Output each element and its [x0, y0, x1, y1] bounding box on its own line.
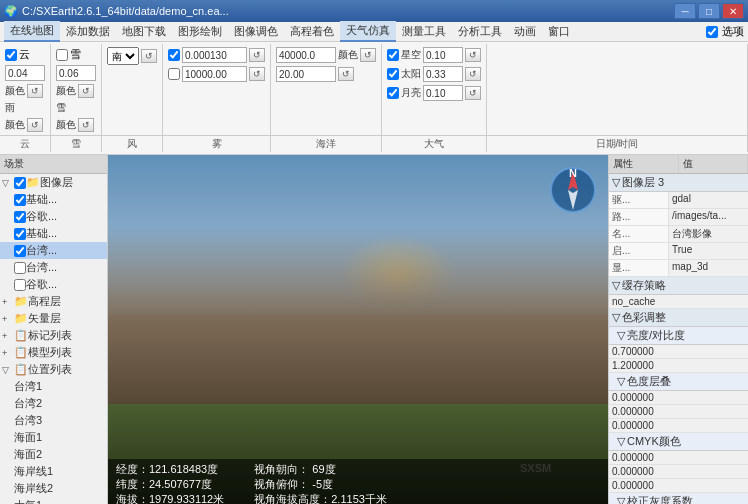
menu-item-measure[interactable]: 测量工具 — [396, 22, 452, 41]
tree-item-markers[interactable]: + 📋 标记列表 — [0, 327, 107, 344]
ocean2-reset-btn[interactable]: ↺ — [338, 67, 354, 81]
positions-toggle: ▽ — [2, 365, 14, 375]
section-title: 图像层 3 — [622, 175, 664, 190]
sun-reset-btn[interactable]: ↺ — [465, 67, 481, 81]
google1-check[interactable] — [14, 211, 26, 223]
tree-item-vector[interactable]: + 📁 矢量层 — [0, 310, 107, 327]
fog2-checkbox[interactable] — [168, 68, 180, 80]
taiwan2-check[interactable] — [14, 262, 26, 274]
menu-item-map-download[interactable]: 地图下载 — [116, 22, 172, 41]
fog-reset-btn[interactable]: ↺ — [249, 48, 265, 62]
tree-item-coast1[interactable]: 海岸线1 — [0, 463, 107, 480]
prop-key-display: 显... — [609, 260, 669, 276]
menu-item-weather[interactable]: 天气仿真 — [340, 21, 396, 42]
minimize-button[interactable]: ─ — [674, 3, 696, 19]
height-text: 视角海拔高度：2.1153千米 — [254, 492, 387, 504]
fog2-reset-btn[interactable]: ↺ — [249, 67, 265, 81]
base1-check[interactable] — [14, 194, 26, 206]
tree-item-base2[interactable]: 基础... — [0, 225, 107, 242]
tree-item-base1[interactable]: 基础... — [0, 191, 107, 208]
tree-item-tw3[interactable]: 台湾3 — [0, 412, 107, 429]
tree-item-sea2[interactable]: 海面2 — [0, 446, 107, 463]
elevation-label: 高程层 — [28, 294, 61, 309]
close-button[interactable]: ✕ — [722, 3, 744, 19]
toolbar-datetime-section: 日期/时间 — [487, 44, 748, 152]
moon-input[interactable] — [423, 85, 463, 101]
google2-label: 谷歌... — [26, 277, 57, 292]
prop-row-path: 路... /images/ta... — [609, 209, 748, 226]
cmyk-toggle: ▽ — [617, 435, 625, 448]
cloud-density-input[interactable] — [5, 65, 45, 81]
snow-color-reset-btn[interactable]: ↺ — [78, 84, 94, 98]
star-checkbox[interactable] — [387, 49, 399, 61]
toolbar: 云 颜色 ↺ 雨 颜色 ↺ 云 雪 — [0, 42, 748, 155]
tree-item-coast2[interactable]: 海岸线2 — [0, 480, 107, 497]
tree-item-elevation[interactable]: + 📁 高程层 — [0, 293, 107, 310]
fog-checkbox[interactable] — [168, 49, 180, 61]
prop-val-enabled: True — [669, 243, 748, 259]
moon-reset-btn[interactable]: ↺ — [465, 86, 481, 100]
image-layer-check[interactable] — [14, 177, 26, 189]
wind-direction-select[interactable]: 南北东西 — [107, 47, 139, 65]
tree-item-sea1[interactable]: 海面1 — [0, 429, 107, 446]
rain-reset-btn[interactable]: ↺ — [27, 118, 43, 132]
menu-item-animation[interactable]: 动画 — [508, 22, 542, 41]
prop-key-path: 路... — [609, 209, 669, 225]
cloud-section-label: 云 — [0, 135, 50, 152]
star-input[interactable] — [423, 47, 463, 63]
snow-reset-btn[interactable]: ↺ — [78, 118, 94, 132]
tree-item-models[interactable]: + 📋 模型列表 — [0, 344, 107, 361]
wind-reset-btn[interactable]: ↺ — [141, 49, 157, 63]
tree-item-google1[interactable]: 谷歌... — [0, 208, 107, 225]
menu-item-analysis[interactable]: 分析工具 — [452, 22, 508, 41]
snow-density-input[interactable] — [56, 65, 96, 81]
section-toggle-icon: ▽ — [612, 176, 620, 189]
models-toggle: + — [2, 348, 14, 358]
tree-item-positions[interactable]: ▽ 📋 位置列表 — [0, 361, 107, 378]
cloud-reset-btn[interactable]: ↺ — [27, 84, 43, 98]
menu-item-draw[interactable]: 图形绘制 — [172, 22, 228, 41]
menu-item-window[interactable]: 窗口 — [542, 22, 576, 41]
cloud-checkbox[interactable] — [5, 49, 17, 61]
star-reset-btn[interactable]: ↺ — [465, 48, 481, 62]
snow-section-label: 雪 — [51, 135, 101, 152]
tree-item-taiwan2[interactable]: 台湾... — [0, 259, 107, 276]
tree-item-tw1[interactable]: 台湾1 — [0, 378, 107, 395]
menu-item-color-adjust[interactable]: 图像调色 — [228, 22, 284, 41]
fog-height-input[interactable] — [182, 66, 247, 82]
menu-item-online-map[interactable]: 在线地图 — [4, 21, 60, 42]
fog-density-input[interactable] — [182, 47, 247, 63]
cmyk-title: CMYK颜色 — [627, 434, 681, 449]
google2-check[interactable] — [14, 279, 26, 291]
menu-item-elevation-color[interactable]: 高程着色 — [284, 22, 340, 41]
ocean-size-input[interactable] — [276, 47, 336, 63]
menu-item-add-data[interactable]: 添加数据 — [60, 22, 116, 41]
tree-item-image-layer[interactable]: ▽ 📁 图像层 — [0, 174, 107, 191]
map-view[interactable]: N SXSM 经度：121.618483度 纬度：24.507677度 海拔：1… — [108, 155, 608, 504]
taiwan1-check[interactable] — [14, 245, 26, 257]
markers-toggle: + — [2, 331, 14, 341]
tree-item-atm1[interactable]: 大气1 — [0, 497, 107, 504]
sun-checkbox[interactable] — [387, 68, 399, 80]
maximize-button[interactable]: □ — [698, 3, 720, 19]
ocean-wave-input[interactable] — [276, 66, 336, 82]
snow-checkbox[interactable] — [56, 49, 68, 61]
sun-input[interactable] — [423, 66, 463, 82]
markers-label: 标记列表 — [28, 328, 72, 343]
scene-tree: ▽ 📁 图像层 基础... 谷歌... 基础... 台湾... — [0, 174, 107, 504]
tree-item-google2[interactable]: 谷歌... — [0, 276, 107, 293]
ocean-reset-btn[interactable]: ↺ — [360, 48, 376, 62]
title-controls: ─ □ ✕ — [674, 3, 744, 19]
prop-val-name: 台湾影像 — [669, 226, 748, 242]
toolbar-fog-section: ↺ ↺ 雾 — [163, 44, 271, 152]
select-checkbox[interactable] — [706, 26, 718, 38]
base2-check[interactable] — [14, 228, 26, 240]
left-panel: 场景 ▽ 📁 图像层 基础... 谷歌... 基础... — [0, 155, 108, 504]
moon-checkbox[interactable] — [387, 87, 399, 99]
sea2-label: 海面2 — [14, 447, 42, 462]
tree-item-taiwan1[interactable]: 台湾... — [0, 242, 107, 259]
scene-header: 场景 — [0, 155, 107, 174]
main-area: 场景 ▽ 📁 图像层 基础... 谷歌... 基础... — [0, 155, 748, 504]
tree-item-tw2[interactable]: 台湾2 — [0, 395, 107, 412]
taiwan1-label: 台湾... — [26, 243, 57, 258]
